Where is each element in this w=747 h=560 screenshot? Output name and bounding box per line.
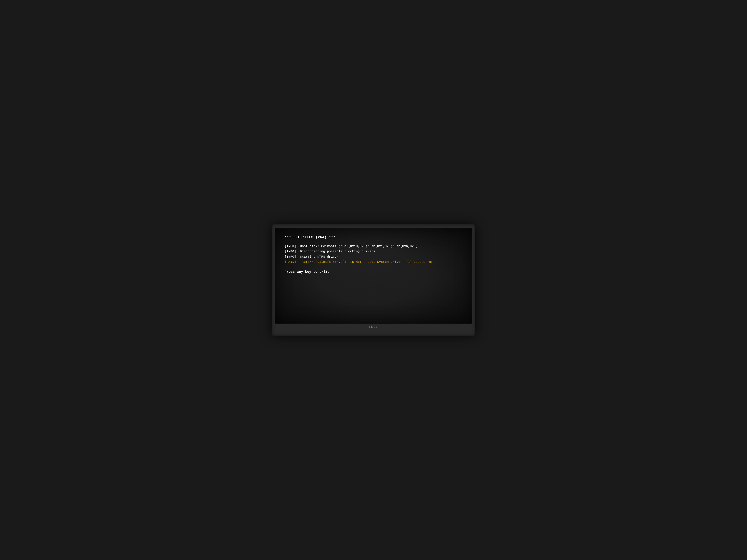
brand-label: DELL — [369, 326, 378, 328]
log-tag-0: [INFO] — [285, 244, 296, 248]
screen: *** UEFI:NTFS (x64) *** [INFO] Boot disk… — [275, 228, 472, 324]
press-any-key-text: Press any key to exit. — [285, 270, 462, 274]
uefi-title: *** UEFI:NTFS (x64) *** — [285, 235, 462, 239]
log-line-0: [INFO] Boot disk: PciRoot(0)/Pci(0x1D,0x… — [285, 244, 462, 249]
log-message-1: Disconnecting possible blocking drivers — [296, 250, 375, 253]
monitor: *** UEFI:NTFS (x64) *** [INFO] Boot disk… — [272, 224, 475, 336]
log-message-3: '\efi\rufus\ntfs_x64.efi' is not a Boot … — [296, 260, 433, 264]
terminal-content: *** UEFI:NTFS (x64) *** [INFO] Boot disk… — [285, 235, 462, 274]
log-tag-3: [FAIL] — [285, 260, 296, 264]
log-tag-1: [INFO] — [285, 250, 296, 253]
log-message-2: Starting NTFS driver — [296, 255, 338, 259]
log-message-0: Boot disk: PciRoot(0)/Pci(0x1D,0x0)/Usb(… — [296, 244, 418, 248]
log-line-3: [FAIL] '\efi\rufus\ntfs_x64.efi' is not … — [285, 260, 462, 265]
log-tag-2: [INFO] — [285, 255, 296, 259]
monitor-bezel-bottom: DELL — [275, 326, 472, 328]
log-line-2: [INFO] Starting NTFS driver — [285, 254, 462, 260]
log-line-1: [INFO] Disconnecting possible blocking d… — [285, 249, 462, 254]
log-lines: [INFO] Boot disk: PciRoot(0)/Pci(0x1D,0x… — [285, 244, 462, 265]
